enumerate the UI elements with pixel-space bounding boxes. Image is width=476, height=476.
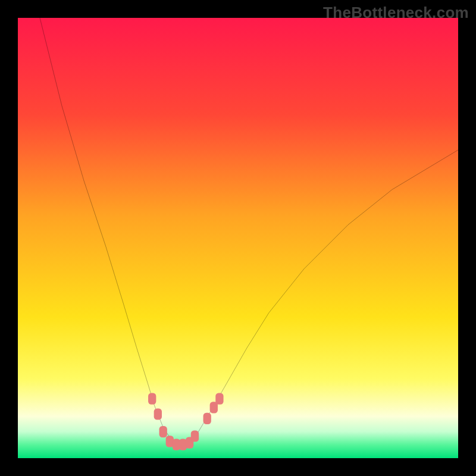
sample-point [191, 430, 199, 441]
sample-point [148, 393, 156, 404]
bottleneck-chart [18, 18, 458, 458]
sample-point [215, 393, 223, 404]
chart-background [18, 18, 458, 458]
sample-point [203, 413, 211, 424]
sample-point [159, 426, 167, 437]
sample-point [154, 408, 162, 419]
